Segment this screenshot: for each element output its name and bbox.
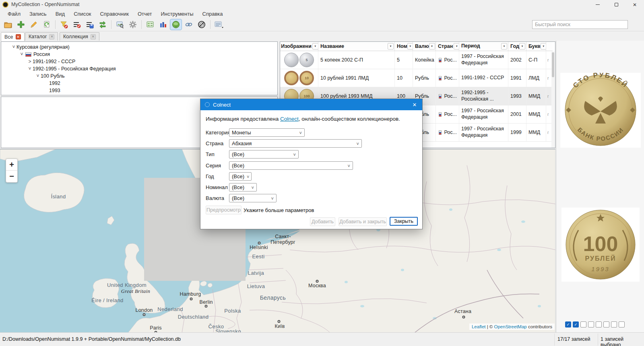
open-folder-icon[interactable] [2, 19, 14, 30]
minimize-button[interactable] [588, 0, 607, 9]
statistics-icon[interactable] [157, 19, 169, 30]
edit-record-icon[interactable] [28, 19, 39, 30]
map-view-icon[interactable] [170, 19, 182, 30]
chevron-right-icon[interactable]: ˃ [27, 59, 33, 64]
filter-button[interactable]: ▾ [388, 43, 394, 49]
image-viewer-icon[interactable] [114, 19, 126, 30]
link-icon[interactable] [183, 19, 194, 30]
image-checkbox[interactable] [588, 321, 594, 327]
offline-icon[interactable] [196, 19, 207, 30]
country-select[interactable]: Абхазия˅ [229, 139, 362, 148]
series-select[interactable]: (Все)˅ [229, 161, 353, 170]
filter-button[interactable]: ▾ [407, 43, 413, 49]
tree-item-series[interactable]: ˅ Курсовая (регулярная) [1, 43, 277, 51]
category-select[interactable]: Монеты˅ [229, 128, 305, 137]
add-and-close-button[interactable]: Добавить и закрыть [339, 217, 387, 226]
tab-collection[interactable]: Коллекция ✕ [60, 32, 99, 41]
more-params-hint: Укажите больше параметров [244, 207, 314, 213]
nominal-select[interactable]: (Все)˅ [229, 183, 257, 192]
tree-item-rf[interactable]: ˅ 1992-1995 - Российская Федерация [1, 65, 277, 72]
tree-item-100-ruble[interactable]: ˅ 100 Рубль [1, 72, 277, 80]
menu-tools[interactable]: Инструменты [157, 10, 198, 18]
zoom-in-button[interactable]: + [6, 159, 17, 171]
russia-flag-icon [439, 112, 442, 117]
filter-button[interactable]: ▾ [454, 43, 459, 49]
table-header: Изображени▾ Название▾ Ном▾ Валю▾ Стран▾ … [280, 42, 553, 51]
menu-file[interactable]: Файл [3, 10, 25, 18]
details-panel-icon[interactable] [213, 19, 225, 30]
grid-view-icon[interactable] [144, 19, 156, 30]
chevron-down-icon[interactable]: ˅ [35, 73, 41, 79]
add-button[interactable]: Добавить [310, 217, 335, 226]
filter-clear-icon[interactable] [58, 19, 70, 30]
chevron-down-icon[interactable]: ˅ [27, 66, 33, 72]
menu-report[interactable]: Отчет [133, 10, 157, 18]
filter-button[interactable]: ▾ [312, 43, 318, 49]
tab-close-icon[interactable]: ✕ [91, 34, 96, 39]
filter-button[interactable]: ▾ [541, 43, 546, 49]
duplicate-record-icon[interactable] [41, 19, 52, 30]
exchange-icon[interactable] [97, 19, 108, 30]
add-record-icon[interactable] [15, 19, 27, 30]
city-dot [278, 320, 281, 323]
image-checkbox[interactable] [611, 321, 617, 327]
settings-icon[interactable] [127, 19, 138, 30]
image-checkbox[interactable] [596, 321, 602, 327]
zoom-out-button[interactable]: − [6, 171, 17, 182]
menu-reference[interactable]: Справочник [95, 10, 133, 18]
chevron-down-icon[interactable]: ˅ [11, 44, 17, 50]
image-checkbox[interactable]: ✓ [565, 321, 571, 327]
tab-bar: Все ✕ Каталог ✕ Коллекция ✕ [0, 31, 644, 41]
svg-text:РУБЛЕЙ: РУБЛЕЙ [585, 255, 616, 262]
leaflet-link[interactable]: Leaflet [472, 324, 486, 329]
menu-record[interactable]: Запись [25, 10, 51, 18]
type-select[interactable]: (Все)˅ [229, 150, 299, 159]
currency-select[interactable]: (Все)˅ [229, 194, 277, 202]
tree-item-1992[interactable]: 1992 [1, 80, 277, 87]
filter-button[interactable]: ▾ [429, 43, 435, 49]
close-dialog-button[interactable]: Закрыть [390, 217, 418, 226]
image-checkbox[interactable] [603, 321, 609, 327]
tree-item-ussr[interactable]: ˃ 1991-1992 - СССР [1, 58, 277, 65]
tree-item-russia[interactable]: ˅ Россия [1, 51, 277, 58]
tab-catalog[interactable]: Каталог ✕ [25, 32, 58, 41]
table-scrollbar[interactable] [551, 51, 555, 148]
osm-link[interactable]: OpenStreetMap [494, 324, 527, 329]
menu-list[interactable]: Список [69, 10, 95, 18]
app-icon [2, 2, 8, 8]
close-button[interactable]: ✕ [625, 0, 644, 9]
filter-button[interactable]: ▾ [501, 43, 507, 49]
tab-close-icon[interactable]: ✕ [16, 34, 21, 39]
table-row[interactable]: 5 5 копеек 2002 С-П 5 Копейка Рос... 199… [280, 51, 553, 69]
field-label-type: Тип [206, 151, 228, 157]
title-bar: MyCollection - OpenNumismat ✕ [0, 0, 644, 9]
db-path: D:/Downloads/OpenNumismat 1.9.9 + Portab… [2, 336, 181, 342]
sort-clear-icon[interactable] [71, 19, 83, 30]
list-save-icon[interactable] [84, 19, 95, 30]
scrollbar-thumb[interactable] [552, 52, 554, 77]
tree-item-1993[interactable]: 1993 [1, 87, 277, 94]
coin-reverse-image[interactable]: 100 РУБЛЕЙ 1993 [561, 208, 640, 282]
menu-view[interactable]: Вид [51, 10, 70, 18]
maximize-button[interactable] [607, 0, 625, 9]
tab-all[interactable]: Все ✕ [1, 32, 25, 41]
map-label: Астана [454, 309, 471, 314]
dialog-title-bar[interactable]: Colnect ✕ [200, 99, 422, 110]
search-input[interactable] [532, 20, 628, 29]
chevron-down-icon[interactable]: ˅ [19, 51, 25, 57]
image-checkbox[interactable]: ✓ [573, 321, 579, 327]
filter-button[interactable]: ▾ [519, 43, 525, 49]
image-checkbox[interactable] [580, 321, 586, 327]
tree-panel: ˅ Курсовая (регулярная) ˅ Россия ˃ 1991-… [1, 41, 278, 95]
table-row[interactable]: 10 10 рублей 1991 ЛМД 10 Рубль Рос... 19… [280, 69, 553, 87]
colnect-link[interactable]: Colnect [280, 116, 299, 122]
coin-obverse-image[interactable]: СТО РУБЛЕЙ БАНК РОССИИ [560, 73, 641, 148]
map-label: Slovensko [215, 328, 241, 333]
tab-close-icon[interactable]: ✕ [49, 34, 54, 39]
preview-button[interactable]: Предпросмотр [206, 206, 242, 214]
image-checkbox[interactable] [619, 321, 625, 327]
year-select[interactable]: (Все)˅ [229, 172, 252, 181]
dialog-title: Colnect [213, 102, 231, 108]
menu-help[interactable]: Справка [198, 10, 227, 18]
dialog-close-icon[interactable]: ✕ [407, 99, 422, 110]
